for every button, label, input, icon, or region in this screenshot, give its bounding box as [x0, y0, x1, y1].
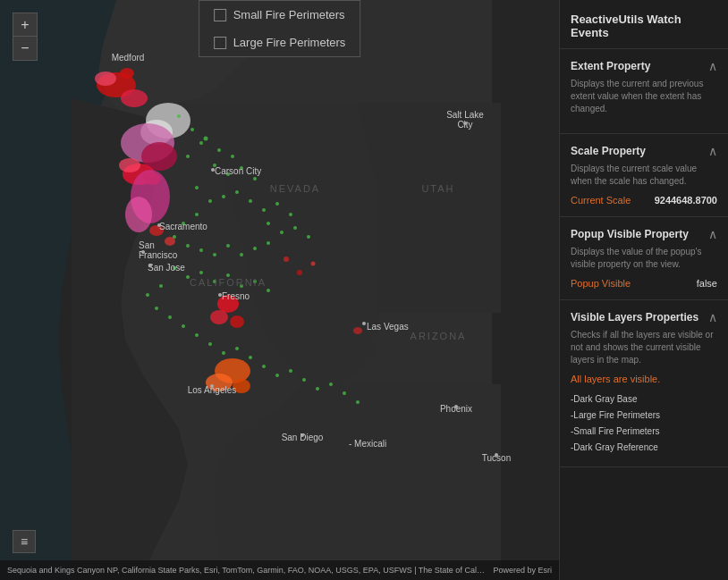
- svg-text:NEVADA: NEVADA: [270, 183, 320, 194]
- svg-text:Medford: Medford: [112, 53, 145, 63]
- svg-point-79: [302, 378, 306, 382]
- extent-section-title: Extent Property: [571, 60, 705, 72]
- svg-point-69: [168, 315, 172, 319]
- popup-section-desc: Displays the value of the popup's visibl…: [571, 246, 717, 271]
- zoom-in-button[interactable]: +: [13, 13, 37, 37]
- svg-point-125: [495, 453, 498, 457]
- svg-point-65: [267, 289, 270, 292]
- svg-point-81: [329, 382, 333, 386]
- svg-point-43: [289, 213, 292, 216]
- svg-point-93: [311, 262, 316, 266]
- svg-text:Salt Lake: Salt Lake: [446, 110, 484, 120]
- scale-section-header: Scale Property ∧: [571, 145, 717, 157]
- svg-marker-7: [358, 103, 501, 313]
- svg-point-115: [211, 168, 215, 172]
- svg-point-92: [297, 270, 302, 275]
- extent-section: Extent Property ∧ Displays the current a…: [560, 49, 728, 134]
- svg-point-50: [173, 235, 176, 239]
- svg-point-25: [177, 114, 181, 118]
- svg-text:ARIZONA: ARIZONA: [411, 331, 467, 341]
- svg-point-36: [195, 186, 199, 189]
- svg-point-83: [356, 400, 360, 404]
- layers-icon: ≡: [21, 534, 28, 549]
- current-scale-value: 9244648.8700: [655, 195, 717, 206]
- svg-text:San: San: [139, 240, 155, 250]
- visible-layers-section: Visible Layers Properties ∧ Checks if al…: [560, 300, 728, 467]
- svg-point-51: [186, 244, 190, 248]
- current-scale-label: Current Scale: [571, 195, 631, 206]
- powered-by-text: Powered by Esri: [493, 566, 552, 575]
- zoom-out-button[interactable]: −: [13, 37, 37, 60]
- svg-text:CALIFORNIA: CALIFORNIA: [190, 277, 267, 288]
- svg-point-53: [213, 253, 216, 256]
- svg-point-67: [146, 293, 149, 297]
- popup-visible-value: false: [697, 278, 717, 289]
- svg-point-85: [210, 310, 228, 324]
- scale-section-title: Scale Property: [571, 145, 705, 157]
- svg-point-73: [222, 351, 225, 355]
- svg-point-28: [186, 155, 190, 158]
- svg-text:Fresno: Fresno: [222, 291, 250, 301]
- svg-point-123: [454, 405, 458, 408]
- scale-section-desc: Displays the current scale value when th…: [571, 163, 717, 188]
- popup-section-title: Popup Visible Property: [571, 228, 705, 240]
- popup-section: Popup Visible Property ∧ Displays the va…: [560, 217, 728, 300]
- svg-point-47: [307, 235, 310, 239]
- svg-point-119: [463, 122, 467, 125]
- visible-layers-section-header: Visible Layers Properties ∧: [571, 311, 717, 324]
- svg-point-68: [155, 307, 158, 310]
- popup-section-header: Popup Visible Property ∧: [571, 228, 717, 240]
- svg-point-91: [284, 256, 289, 262]
- svg-point-41: [262, 208, 266, 212]
- attribution-bar: Sequoia and Kings Canyon NP, California …: [0, 560, 559, 580]
- zoom-controls: + −: [13, 13, 38, 61]
- svg-point-45: [280, 231, 284, 234]
- extent-section-desc: Displays the current and previous extent…: [571, 78, 717, 115]
- svg-point-22: [125, 197, 152, 232]
- svg-text:Carson City: Carson City: [215, 166, 261, 176]
- extent-collapse-button[interactable]: ∧: [708, 60, 717, 72]
- svg-point-37: [208, 199, 212, 203]
- svg-point-13: [120, 68, 134, 79]
- svg-point-70: [182, 324, 185, 328]
- svg-point-121: [362, 322, 366, 325]
- visible-layers-collapse-button[interactable]: ∧: [708, 311, 717, 324]
- svg-text:San Jose: San Jose: [148, 263, 185, 273]
- svg-text:Sacramento: Sacramento: [159, 222, 207, 231]
- svg-point-30: [217, 148, 221, 152]
- svg-point-12: [95, 71, 116, 86]
- svg-point-66: [159, 284, 163, 288]
- popup-row: Popup Visible false: [571, 278, 717, 289]
- svg-point-74: [235, 347, 239, 350]
- svg-point-90: [353, 327, 362, 334]
- svg-point-29: [204, 137, 208, 141]
- svg-point-39: [235, 190, 239, 194]
- popup-collapse-button[interactable]: ∧: [708, 228, 717, 240]
- svg-point-57: [267, 241, 270, 245]
- layer-toggle-button[interactable]: ≡: [13, 530, 36, 553]
- extent-section-header: Extent Property ∧: [571, 60, 717, 72]
- svg-point-38: [222, 195, 225, 198]
- svg-point-55: [240, 253, 243, 256]
- layer-popup: Small Fire Perimeters Large Fire Perimet…: [199, 0, 361, 57]
- map-container[interactable]: NEVADA UTAH CALIFORNIA ARIZONA Boise Med…: [0, 0, 559, 580]
- svg-point-26: [190, 128, 194, 131]
- right-panel: ReactiveUtils Watch Events Extent Proper…: [559, 0, 728, 580]
- svg-point-120: [218, 293, 222, 297]
- svg-point-35: [253, 177, 257, 181]
- layer-list-item: -Large Fire Perimeters: [571, 408, 717, 424]
- layer-item-large-fire[interactable]: Large Fire Perimeters: [199, 29, 360, 56]
- svg-text:- Mexicali: - Mexicali: [349, 439, 386, 449]
- svg-point-27: [199, 141, 203, 145]
- svg-point-56: [253, 247, 257, 250]
- layer-list-item: -Dark Gray Reference: [571, 440, 717, 456]
- visible-layers-section-title: Visible Layers Properties: [571, 311, 705, 324]
- svg-point-86: [230, 315, 244, 328]
- scale-collapse-button[interactable]: ∧: [708, 145, 717, 157]
- svg-point-116: [157, 223, 161, 227]
- layer-list-item: -Small Fire Perimeters: [571, 424, 717, 440]
- layer-item-small-fire[interactable]: Small Fire Perimeters: [199, 1, 360, 29]
- svg-point-19: [119, 158, 140, 172]
- svg-point-124: [301, 433, 304, 437]
- layer-list-item: -Dark Gray Base: [571, 391, 717, 408]
